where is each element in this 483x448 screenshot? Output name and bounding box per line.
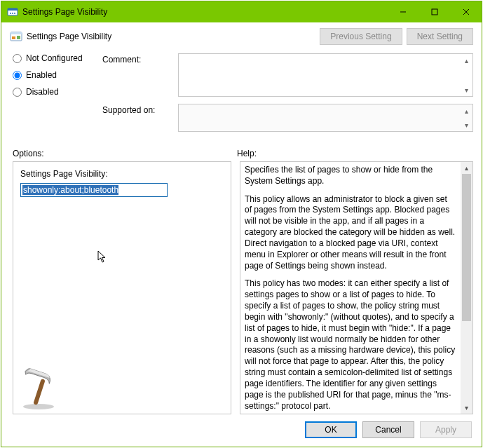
radio-enabled-label: Enabled — [26, 70, 57, 80]
svg-rect-14 — [33, 379, 45, 405]
svg-point-13 — [23, 404, 54, 409]
help-text: Specifies the list of pages to show or h… — [240, 162, 461, 414]
visibility-input[interactable] — [20, 183, 168, 197]
help-paragraph: This policy allows an administrator to b… — [245, 194, 456, 272]
radio-disabled-label: Disabled — [26, 87, 59, 97]
svg-rect-12 — [17, 36, 20, 39]
scroll-up-icon[interactable]: ▴ — [461, 162, 472, 174]
maximize-button[interactable] — [419, 1, 450, 22]
help-paragraph: Specifies the list of pages to show or h… — [245, 165, 456, 187]
chevron-up-icon[interactable]: ▴ — [461, 106, 471, 116]
section-labels: Options: Help: — [1, 143, 482, 161]
panels: Settings Page Visibility: Specifies the … — [1, 161, 482, 414]
chevron-down-icon[interactable]: ▾ — [461, 85, 471, 95]
ok-button[interactable]: OK — [305, 421, 357, 438]
comment-field[interactable]: ▴ ▾ — [178, 53, 473, 97]
radio-disabled-input[interactable] — [13, 88, 22, 97]
close-button[interactable] — [450, 1, 482, 22]
header: Settings Page Visibility Previous Settin… — [1, 22, 482, 53]
help-heading: Help: — [237, 149, 473, 158]
next-setting-button[interactable]: Next Setting — [407, 28, 473, 45]
supported-on-field: ▴ ▾ — [178, 104, 473, 132]
cancel-button[interactable]: Cancel — [362, 421, 414, 438]
svg-point-2 — [10, 13, 11, 14]
apply-button[interactable]: Apply — [420, 421, 472, 438]
svg-rect-10 — [11, 32, 22, 34]
radio-not-configured[interactable]: Not Configured — [13, 53, 97, 63]
options-heading: Options: — [13, 149, 237, 158]
radio-enabled[interactable]: Enabled — [13, 70, 97, 80]
radio-not-configured-label: Not Configured — [26, 53, 83, 63]
scroll-track[interactable] — [461, 174, 472, 402]
help-panel: Specifies the list of pages to show or h… — [240, 161, 473, 414]
svg-rect-11 — [12, 36, 15, 39]
chevron-up-icon[interactable]: ▴ — [461, 55, 471, 65]
options-panel: Settings Page Visibility: — [13, 161, 231, 414]
policy-icon — [10, 30, 22, 43]
svg-rect-6 — [432, 9, 437, 15]
help-paragraph: This policy has two modes: it can either… — [245, 278, 456, 412]
svg-rect-1 — [8, 8, 18, 11]
policy-title: Settings Page Visibility — [27, 32, 111, 41]
help-scrollbar[interactable]: ▴ ▾ — [461, 162, 472, 414]
app-icon — [7, 6, 18, 18]
policy-editor-window: Settings Page Visibility Settings Page V… — [1, 1, 482, 447]
svg-point-3 — [12, 13, 13, 14]
chevron-down-icon[interactable]: ▾ — [461, 120, 471, 130]
dialog-footer: OK Cancel Apply — [1, 414, 482, 447]
visibility-field-label: Settings Page Visibility: — [20, 169, 224, 179]
radio-enabled-input[interactable] — [13, 71, 22, 80]
svg-point-4 — [14, 13, 15, 14]
scroll-thumb[interactable] — [462, 174, 471, 321]
radio-not-configured-input[interactable] — [13, 54, 22, 63]
previous-setting-button[interactable]: Previous Setting — [320, 28, 402, 45]
titlebar[interactable]: Settings Page Visibility — [1, 1, 482, 22]
cursor-icon — [97, 250, 109, 264]
comment-label: Comment: — [102, 53, 172, 65]
radio-disabled[interactable]: Disabled — [13, 87, 97, 97]
scroll-down-icon[interactable]: ▾ — [461, 402, 472, 414]
window-title: Settings Page Visibility — [22, 7, 107, 17]
supported-on-label: Supported on: — [102, 104, 172, 115]
state-radio-group: Not Configured Enabled Disabled — [13, 53, 97, 104]
hammer-icon — [16, 366, 61, 411]
minimize-button[interactable] — [387, 1, 419, 22]
config-form: Not Configured Enabled Disabled Comment:… — [1, 53, 482, 143]
